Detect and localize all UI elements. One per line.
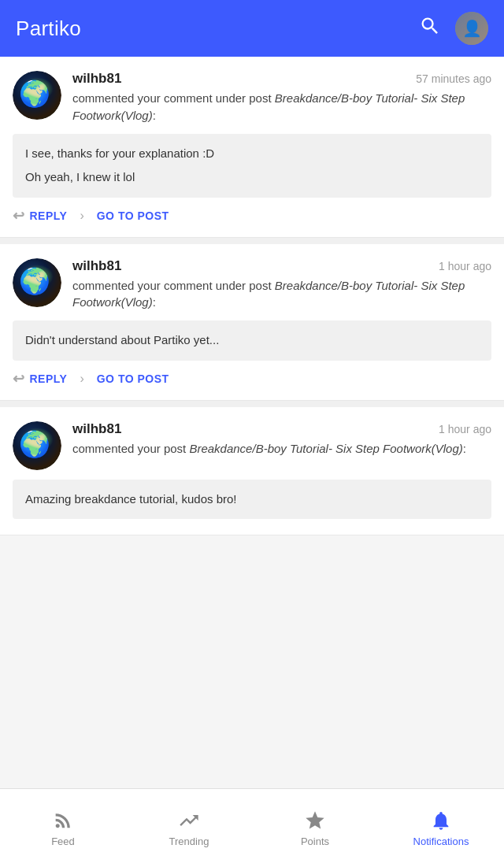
meta-top-1: wilhb81 57 minutes ago bbox=[72, 71, 491, 87]
comment-line: Oh yeah, I knew it lol bbox=[25, 169, 479, 187]
username-1[interactable]: wilhb81 bbox=[72, 71, 121, 87]
comment-line: I see, thanks for your explanation :D bbox=[25, 145, 479, 163]
notification-text-1: commented your comment under post Breakd… bbox=[72, 90, 491, 124]
app-title: Partiko bbox=[16, 17, 81, 41]
comment-line: Amazing breakdance tutorial, kudos bro! bbox=[25, 491, 479, 509]
user-avatar[interactable] bbox=[13, 421, 61, 470]
meta-top-3: wilhb81 1 hour ago bbox=[72, 421, 491, 437]
user-avatar[interactable] bbox=[13, 71, 61, 120]
trending-icon bbox=[178, 810, 200, 832]
reply-button-2[interactable]: ↩ REPLY bbox=[13, 370, 67, 387]
reply-icon: ↩ bbox=[13, 370, 25, 387]
action-row-1: ↩ REPLY › GO TO POST bbox=[13, 198, 491, 237]
points-icon bbox=[304, 810, 326, 832]
notification-text-2: commented your comment under post Breakd… bbox=[72, 277, 491, 312]
notification-header-1: wilhb81 57 minutes ago commented your co… bbox=[13, 71, 491, 124]
action-separator: › bbox=[80, 209, 83, 223]
notifications-label: Notifications bbox=[413, 836, 469, 847]
action-row-2: ↩ REPLY › GO TO POST bbox=[13, 361, 491, 400]
points-label: Points bbox=[301, 836, 329, 847]
feed-label: Feed bbox=[51, 836, 75, 847]
notification-header-2: wilhb81 1 hour ago commented your commen… bbox=[13, 258, 491, 312]
reply-icon: ↩ bbox=[13, 207, 25, 224]
divider bbox=[0, 238, 504, 244]
nav-item-feed[interactable]: Feed bbox=[0, 810, 126, 847]
feed-icon bbox=[52, 810, 74, 832]
reply-button-1[interactable]: ↩ REPLY bbox=[13, 207, 67, 224]
nav-item-notifications[interactable]: Notifications bbox=[378, 810, 504, 847]
comment-box-1: I see, thanks for your explanation :D Oh… bbox=[13, 134, 491, 198]
action-row-3 bbox=[13, 519, 491, 535]
bottom-nav: Feed Trending Points Notifications bbox=[0, 788, 504, 867]
comment-box-3: Amazing breakdance tutorial, kudos bro! bbox=[13, 480, 491, 520]
user-avatar-icon[interactable]: 👤 bbox=[455, 12, 488, 45]
app-header: Partiko 👤 bbox=[0, 0, 504, 57]
action-separator: › bbox=[80, 372, 83, 386]
comment-line: Didn't understand about Partiko yet... bbox=[25, 332, 479, 350]
nav-item-trending[interactable]: Trending bbox=[126, 810, 252, 847]
comment-box-2: Didn't understand about Partiko yet... bbox=[13, 320, 491, 361]
timestamp-2: 1 hour ago bbox=[439, 260, 491, 272]
notification-header-3: wilhb81 1 hour ago commented your post B… bbox=[13, 421, 491, 470]
notifications-icon bbox=[430, 810, 452, 832]
notification-item: wilhb81 57 minutes ago commented your co… bbox=[0, 57, 504, 238]
username-3[interactable]: wilhb81 bbox=[72, 421, 121, 437]
go-to-post-button-1[interactable]: GO TO POST bbox=[97, 209, 169, 222]
timestamp-3: 1 hour ago bbox=[439, 423, 491, 435]
notification-meta-3: wilhb81 1 hour ago commented your post B… bbox=[72, 421, 491, 458]
notification-text-3: commented your post Breakdance/B-boy Tut… bbox=[72, 440, 491, 458]
nav-item-points[interactable]: Points bbox=[252, 810, 378, 847]
notifications-list: wilhb81 57 minutes ago commented your co… bbox=[0, 57, 504, 535]
user-avatar[interactable] bbox=[13, 258, 61, 307]
header-actions: 👤 bbox=[419, 12, 488, 45]
trending-label: Trending bbox=[169, 836, 209, 847]
notifications-content: wilhb81 57 minutes ago commented your co… bbox=[0, 57, 504, 614]
notification-item: wilhb81 1 hour ago commented your commen… bbox=[0, 244, 504, 401]
notification-item: wilhb81 1 hour ago commented your post B… bbox=[0, 407, 504, 536]
meta-top-2: wilhb81 1 hour ago bbox=[72, 258, 491, 274]
go-to-post-button-2[interactable]: GO TO POST bbox=[97, 372, 169, 385]
search-icon[interactable] bbox=[419, 15, 441, 43]
notification-meta-1: wilhb81 57 minutes ago commented your co… bbox=[72, 71, 491, 124]
timestamp-1: 57 minutes ago bbox=[416, 72, 491, 85]
divider bbox=[0, 401, 504, 407]
username-2[interactable]: wilhb81 bbox=[72, 258, 121, 274]
notification-meta-2: wilhb81 1 hour ago commented your commen… bbox=[72, 258, 491, 312]
